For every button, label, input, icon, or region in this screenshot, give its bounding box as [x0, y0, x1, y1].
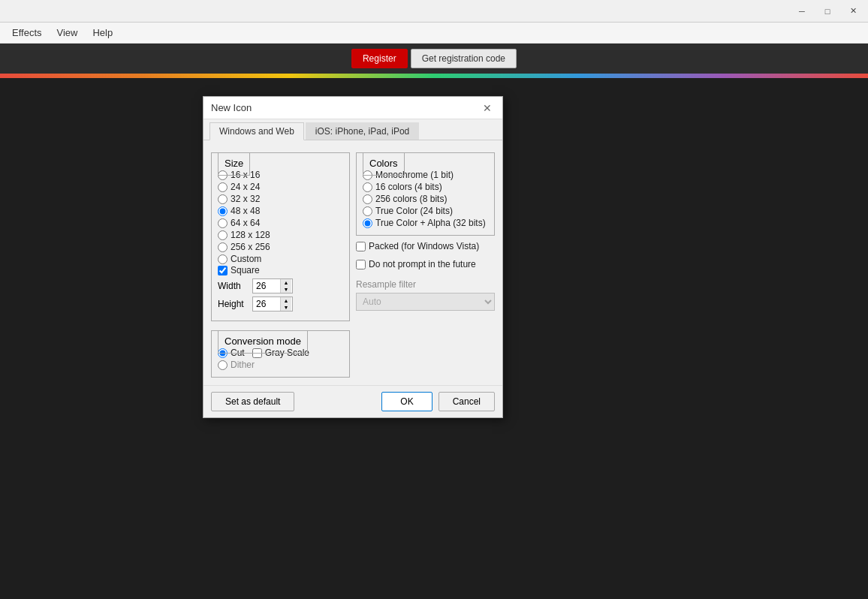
size-48x48-radio[interactable] — [218, 206, 228, 216]
size-32x32-radio[interactable] — [218, 194, 228, 204]
titlebar-controls: ─ □ ✕ — [790, 3, 865, 20]
packed-checkbox[interactable] — [356, 242, 366, 251]
square-row: Square — [218, 265, 343, 275]
color-tc24-row: True Color (24 bits) — [363, 205, 488, 217]
dialog-tabs: Windows and Web iOS: iPhone, iPad, iPod — [203, 119, 502, 140]
width-label: Width — [218, 281, 248, 291]
dither-radio[interactable] — [218, 360, 228, 370]
width-input-wrap: ▲ ▼ — [252, 278, 293, 293]
colors-group-legend: Colors — [363, 152, 405, 176]
conversion-mode-group: Conversion mode Cut Gray Scale D — [211, 330, 350, 378]
menu-view[interactable]: View — [51, 25, 84, 41]
dialog-body: Size 16 x 16 24 x 24 32 x 32 — [203, 140, 502, 385]
width-up-button[interactable]: ▲ — [281, 279, 291, 286]
size-256x256-label: 256 x 256 — [231, 242, 270, 252]
donot-prompt-label: Do not prompt in the future — [369, 259, 476, 269]
size-256x256-row: 256 x 256 — [218, 241, 343, 253]
dialog-titlebar: New Icon ✕ — [203, 97, 502, 119]
square-checkbox[interactable] — [218, 266, 228, 275]
size-48x48-label: 48 x 48 — [231, 206, 260, 216]
width-down-button[interactable]: ▼ — [281, 286, 291, 293]
maximize-button[interactable]: □ — [815, 3, 839, 20]
size-group: Size 16 x 16 24 x 24 32 x 32 — [211, 152, 350, 321]
menu-help[interactable]: Help — [86, 25, 119, 41]
color-16-row: 16 colors (4 bits) — [363, 181, 488, 193]
size-128x128-radio[interactable] — [218, 230, 228, 240]
size-128x128-label: 128 x 128 — [231, 230, 270, 240]
register-button[interactable]: Register — [351, 49, 408, 68]
tab-windows-web[interactable]: Windows and Web — [209, 122, 304, 140]
height-label: Height — [218, 299, 248, 309]
dialog-title: New Icon — [211, 102, 252, 113]
size-64x64-radio[interactable] — [218, 218, 228, 228]
color-tc24-radio[interactable] — [363, 206, 372, 216]
set-default-button[interactable]: Set as default — [211, 392, 294, 411]
dialog-close-button[interactable]: ✕ — [480, 101, 495, 116]
conversion-mode-legend: Conversion mode — [218, 330, 308, 354]
get-registration-code-button[interactable]: Get registration code — [411, 49, 517, 68]
packed-row: Packed (for Windows Vista) — [356, 241, 495, 251]
color-16-label: 16 colors (4 bits) — [375, 182, 442, 192]
height-down-button[interactable]: ▼ — [281, 304, 291, 311]
ok-button[interactable]: OK — [381, 392, 432, 411]
square-label: Square — [231, 265, 260, 275]
color-tc32-radio[interactable] — [363, 218, 372, 228]
width-row: Width ▲ ▼ — [218, 278, 343, 293]
dither-label: Dither — [231, 360, 255, 370]
size-64x64-label: 64 x 64 — [231, 218, 260, 228]
dialog-footer: Set as default OK Cancel — [203, 385, 502, 417]
color-256-row: 256 colors (8 bits) — [363, 193, 488, 205]
dither-radio-row: Dither — [218, 359, 343, 371]
titlebar: ─ □ ✕ — [0, 0, 868, 23]
size-custom-label: Custom — [231, 254, 261, 264]
left-panel: Size 16 x 16 24 x 24 32 x 32 — [211, 148, 350, 378]
menu-effects[interactable]: Effects — [6, 25, 48, 41]
size-group-legend: Size — [218, 152, 250, 176]
colors-group: Colors Monochrome (1 bit) 16 colors (4 b… — [356, 152, 495, 236]
main-canvas: New Icon ✕ Windows and Web iOS: iPhone, … — [0, 74, 868, 599]
donot-prompt-checkbox[interactable] — [356, 260, 366, 269]
size-24x24-row: 24 x 24 — [218, 181, 343, 193]
color-tc32-label: True Color + Alpha (32 bits) — [375, 218, 486, 228]
color-tc24-label: True Color (24 bits) — [375, 206, 453, 216]
color-256-label: 256 colors (8 bits) — [375, 194, 447, 204]
size-24x24-label: 24 x 24 — [231, 182, 260, 192]
actionbar: Register Get registration code — [0, 44, 868, 74]
donot-prompt-row: Do not prompt in the future — [356, 259, 495, 269]
size-24x24-radio[interactable] — [218, 182, 228, 192]
height-up-button[interactable]: ▲ — [281, 297, 291, 304]
size-256x256-radio[interactable] — [218, 242, 228, 252]
height-input-wrap: ▲ ▼ — [252, 296, 293, 312]
color-16-radio[interactable] — [363, 182, 372, 192]
packed-label: Packed (for Windows Vista) — [369, 241, 479, 251]
resample-filter-select[interactable]: Auto — [356, 293, 495, 311]
color-256-radio[interactable] — [363, 194, 372, 204]
window-close-button[interactable]: ✕ — [841, 3, 865, 20]
height-input[interactable] — [253, 297, 280, 311]
width-input[interactable] — [253, 279, 280, 293]
menubar: Effects View Help — [0, 23, 868, 44]
size-custom-radio[interactable] — [218, 254, 228, 264]
size-128x128-row: 128 x 128 — [218, 229, 343, 241]
size-32x32-label: 32 x 32 — [231, 194, 260, 204]
width-spinner: ▲ ▼ — [280, 279, 291, 293]
color-tc32-row: True Color + Alpha (32 bits) — [363, 217, 488, 229]
tab-ios[interactable]: iOS: iPhone, iPad, iPod — [306, 122, 419, 140]
resample-filter-label: Resample filter — [356, 279, 495, 290]
cancel-button[interactable]: Cancel — [439, 392, 495, 411]
size-32x32-row: 32 x 32 — [218, 193, 343, 205]
minimize-button[interactable]: ─ — [790, 3, 814, 20]
color-strip — [0, 74, 868, 78]
new-icon-dialog: New Icon ✕ Windows and Web iOS: iPhone, … — [203, 96, 503, 418]
right-panel: Colors Monochrome (1 bit) 16 colors (4 b… — [356, 148, 495, 378]
size-custom-row: Custom — [218, 253, 343, 265]
size-48x48-row: 48 x 48 — [218, 205, 343, 217]
footer-right-buttons: OK Cancel — [381, 392, 495, 411]
height-row: Height ▲ ▼ — [218, 296, 343, 312]
height-spinner: ▲ ▼ — [280, 297, 291, 311]
size-64x64-row: 64 x 64 — [218, 217, 343, 229]
